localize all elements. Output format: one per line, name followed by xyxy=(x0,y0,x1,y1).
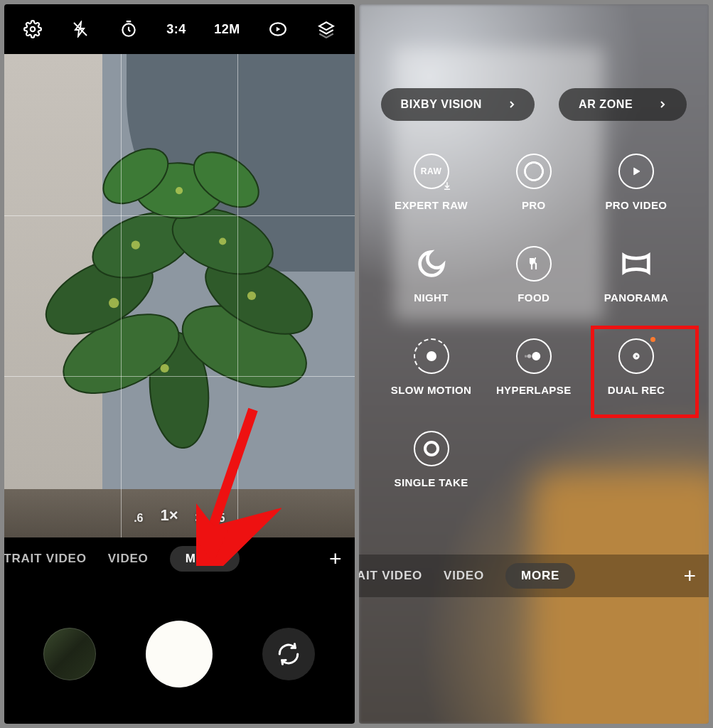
svg-point-15 xyxy=(132,240,140,249)
food-icon xyxy=(516,246,552,282)
bixby-vision-label: BIXBY VISION xyxy=(401,98,483,111)
ar-zone-button[interactable]: AR ZONE xyxy=(559,88,687,121)
camera-more-screen: BIXBY VISION AR ZONE RAW EXPERT RAW xyxy=(359,4,709,724)
mode-more[interactable]: MORE xyxy=(170,546,240,572)
zoom-0.6x[interactable]: .6 xyxy=(134,512,143,525)
mode-portrait-video[interactable]: RTRAIT VIDEO xyxy=(359,569,423,583)
pro-video-icon xyxy=(618,154,654,189)
resolution-button[interactable]: 12M xyxy=(214,22,240,37)
svg-rect-28 xyxy=(527,355,530,358)
feature-pills: BIXBY VISION AR ZONE xyxy=(359,88,709,121)
svg-rect-29 xyxy=(525,355,527,357)
mode-slow-motion[interactable]: SLOW MOTION xyxy=(391,338,472,396)
svg-point-0 xyxy=(30,27,35,32)
flash-off-icon[interactable] xyxy=(70,19,90,39)
zoom-selector[interactable]: .6 1× 3 5 xyxy=(134,506,225,525)
add-mode-button[interactable]: + xyxy=(683,564,703,588)
mode-video[interactable]: VIDEO xyxy=(108,552,149,566)
slow-motion-icon xyxy=(414,338,449,374)
svg-point-18 xyxy=(247,291,256,300)
plant-subject xyxy=(22,78,337,513)
mode-expert-raw[interactable]: RAW EXPERT RAW xyxy=(395,154,468,211)
motion-photo-icon[interactable] xyxy=(268,19,288,39)
night-icon xyxy=(414,246,449,282)
mode-video[interactable]: VIDEO xyxy=(444,569,484,583)
bixby-vision-button[interactable]: BIXBY VISION xyxy=(381,88,535,121)
svg-marker-4 xyxy=(277,27,280,32)
mode-hyperlapse[interactable]: HYPERLAPSE xyxy=(496,338,572,396)
camera-main-screen: 3:4 12M xyxy=(4,4,355,724)
camera-bottom-bar xyxy=(4,580,355,724)
mode-pro-video[interactable]: PRO VIDEO xyxy=(605,154,667,211)
chevron-right-icon xyxy=(506,99,518,110)
svg-point-20 xyxy=(161,364,169,373)
filters-icon[interactable] xyxy=(316,19,336,39)
expert-raw-icon: RAW xyxy=(414,154,449,189)
panorama-icon xyxy=(618,246,654,282)
mode-panorama[interactable]: PANORAMA xyxy=(604,246,668,304)
single-take-icon xyxy=(414,431,449,466)
ar-zone-label: AR ZONE xyxy=(579,98,633,111)
timer-icon[interactable] xyxy=(119,19,139,39)
camera-viewfinder[interactable]: .6 1× 3 5 xyxy=(4,54,355,537)
camera-mode-bar[interactable]: PORTRAIT VIDEO VIDEO MORE + xyxy=(4,537,355,580)
switch-camera-button[interactable] xyxy=(262,628,315,680)
mode-night[interactable]: NIGHT xyxy=(414,246,449,304)
mode-single-take[interactable]: SINGLE TAKE xyxy=(395,431,468,488)
dual-rec-icon xyxy=(618,338,654,374)
mode-pro[interactable]: PRO xyxy=(516,154,552,211)
mode-more[interactable]: MORE xyxy=(505,563,575,589)
mode-portrait-video[interactable]: PORTRAIT VIDEO xyxy=(4,552,87,566)
shutter-button[interactable] xyxy=(146,621,213,687)
svg-point-27 xyxy=(532,353,540,360)
hyperlapse-icon xyxy=(516,338,552,374)
mode-food[interactable]: FOOD xyxy=(516,246,552,304)
mode-dual-rec[interactable]: DUAL REC xyxy=(608,338,665,396)
camera-topbar: 3:4 12M xyxy=(4,4,355,54)
zoom-1x[interactable]: 1× xyxy=(160,506,178,525)
more-modes-grid: RAW EXPERT RAW PRO PRO VIDEO xyxy=(380,154,688,532)
gallery-thumbnail[interactable] xyxy=(43,628,96,680)
aspect-ratio-button[interactable]: 3:4 xyxy=(166,22,186,37)
viewfinder-preview xyxy=(4,54,355,537)
zoom-5x[interactable]: 5 xyxy=(218,512,225,525)
settings-icon[interactable] xyxy=(23,19,43,39)
add-mode-button[interactable]: + xyxy=(329,547,349,571)
svg-point-19 xyxy=(176,187,183,194)
svg-point-17 xyxy=(109,298,119,308)
pro-icon xyxy=(516,154,552,189)
svg-point-16 xyxy=(219,237,226,245)
svg-marker-25 xyxy=(634,168,640,175)
zoom-3x[interactable]: 3 xyxy=(195,512,202,525)
chevron-right-icon xyxy=(657,99,668,110)
camera-mode-bar[interactable]: RTRAIT VIDEO VIDEO MORE + xyxy=(359,555,709,597)
